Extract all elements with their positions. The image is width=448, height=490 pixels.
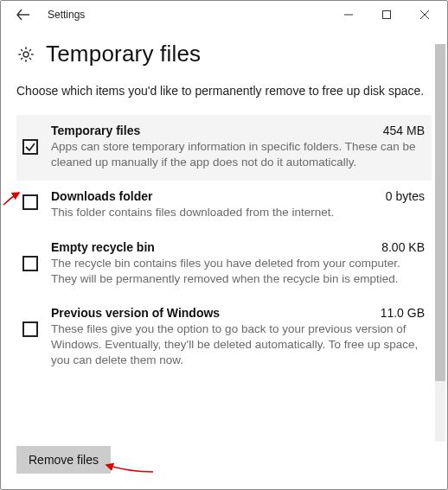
window-title: Settings: [48, 9, 85, 21]
item-size: 0 bytes: [386, 189, 425, 203]
gear-icon: [16, 45, 35, 64]
item-desc: These files give you the option to go ba…: [51, 321, 425, 369]
svg-point-1: [23, 52, 29, 57]
svg-rect-0: [383, 11, 391, 19]
annotation-arrow-icon: [103, 460, 155, 475]
content-area: Choose which items you'd like to permane…: [1, 76, 447, 448]
back-button[interactable]: [4, 2, 42, 28]
scrollbar-thumb[interactable]: [435, 44, 445, 381]
page-title: Temporary files: [46, 41, 201, 67]
back-arrow-icon: [16, 9, 30, 21]
minimize-button[interactable]: [330, 2, 368, 28]
minimize-icon: [344, 10, 353, 19]
item-size: 8.00 KB: [381, 240, 425, 254]
item-title: Previous version of Windows: [51, 306, 220, 320]
checkbox-previous-version-windows[interactable]: [22, 321, 38, 337]
item-previous-version-windows[interactable]: Previous version of Windows 11.0 GB Thes…: [16, 297, 432, 379]
item-size: 11.0 GB: [381, 306, 425, 320]
item-desc: Apps can store temporary information in …: [51, 139, 425, 170]
close-icon: [420, 10, 429, 19]
item-empty-recycle-bin[interactable]: Empty recycle bin 8.00 KB The recycle bi…: [16, 232, 432, 297]
scrollbar-track[interactable]: [435, 44, 445, 442]
check-icon: [24, 141, 36, 153]
close-button[interactable]: [406, 2, 444, 28]
item-size: 454 MB: [383, 124, 425, 137]
item-title: Temporary files: [51, 124, 140, 137]
checkbox-temporary-files[interactable]: [22, 139, 38, 155]
titlebar: Settings: [1, 1, 447, 29]
checkbox-empty-recycle-bin[interactable]: [22, 256, 38, 271]
item-temporary-files[interactable]: Temporary files 454 MB Apps can store te…: [16, 115, 432, 181]
item-downloads-folder[interactable]: Downloads folder 0 bytes This folder con…: [16, 181, 432, 231]
remove-files-button[interactable]: Remove files: [16, 446, 111, 474]
page-heading: Temporary files: [1, 29, 447, 76]
checkbox-downloads-folder[interactable]: [22, 194, 38, 210]
maximize-button[interactable]: [368, 2, 406, 28]
item-title: Empty recycle bin: [51, 240, 155, 254]
maximize-icon: [382, 10, 391, 19]
item-title: Downloads folder: [51, 189, 152, 203]
intro-text: Choose which items you'd like to permane…: [16, 83, 432, 99]
item-desc: This folder contains files downloaded fr…: [51, 205, 425, 220]
item-desc: The recycle bin contains files you have …: [51, 256, 425, 287]
